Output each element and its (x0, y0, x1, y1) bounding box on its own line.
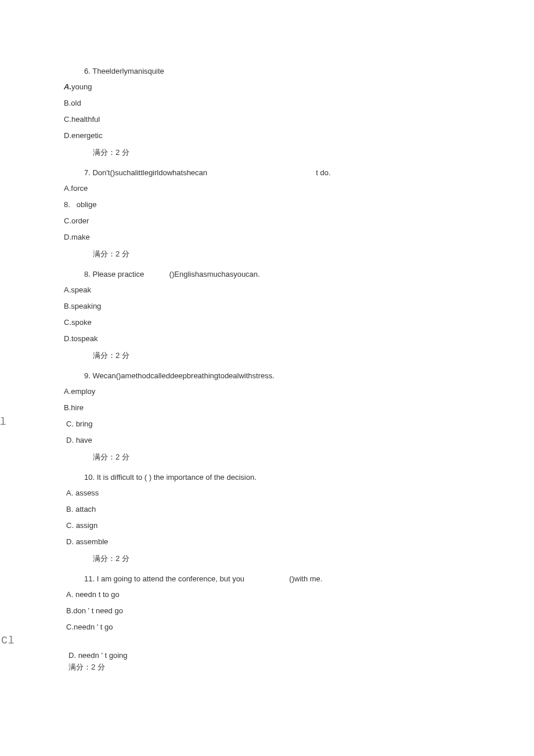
document-page: 6. Theelderlymanisquite A.young B.old C.… (0, 0, 534, 712)
option-label: C. (64, 115, 71, 124)
question-body-a: Please practice (92, 270, 144, 278)
option-d: D.tospeak (58, 334, 476, 343)
option-label: B. (66, 606, 73, 615)
option-c: Cl C. bring (58, 419, 476, 428)
question-body: Wecan()amethodcalleddeepbreathingtodealw… (92, 371, 274, 380)
option-label: B. (64, 99, 71, 107)
question-body-b: ()Englishasmuchasyoucan. (169, 270, 260, 278)
option-a: A. needn t to go (58, 590, 476, 599)
question-6: 6. Theelderlymanisquite A.young B.old C.… (58, 67, 476, 158)
option-text: speaking (71, 302, 101, 310)
option-a: A.young (58, 82, 476, 91)
option-b: B.speaking (58, 302, 476, 310)
option-d: D. have (58, 436, 476, 444)
option-text: needn ' t going (78, 651, 128, 660)
option-label: A. (66, 489, 75, 497)
option-text: hire (71, 403, 84, 412)
question-number: 7. (84, 168, 91, 177)
option-label: C. (64, 216, 71, 225)
option-c: C. assign (58, 521, 476, 530)
option-a: A.speak (58, 285, 476, 294)
option-text: old (71, 99, 81, 107)
score-line: 满分：2 分 (58, 662, 476, 672)
option-text: force (71, 184, 88, 193)
question-body: Don't()suchalittlegirldowhatshecan (92, 168, 207, 177)
question-10: 10. It is difficult to ( ) the importanc… (58, 473, 476, 564)
margin-annotation: Cl (0, 416, 7, 428)
option-label: A. (64, 184, 71, 193)
option-label: B. (66, 505, 73, 513)
option-text: don ' t need go (73, 606, 123, 615)
margin-annotation: Cl (1, 635, 15, 646)
option-d: D. needn ' t going (58, 651, 476, 660)
option-label: C. (66, 419, 76, 428)
question-number: 9. (84, 371, 91, 380)
option-c: C.needn ' t go (58, 623, 476, 631)
question-body: Theelderlymanisquite (92, 67, 164, 75)
option-label: C. (64, 318, 71, 327)
option-label: A. (64, 82, 71, 91)
question-trail: ()with me. (289, 574, 322, 583)
option-text: order (71, 216, 89, 225)
option-label: A. (64, 285, 71, 294)
question-number: 11. (84, 574, 95, 583)
option-text: needn t to go (75, 590, 120, 599)
option-text: employ (71, 387, 95, 396)
question-trail: t do. (316, 168, 330, 177)
option-label: D. (66, 436, 76, 444)
question-number: 8. (84, 270, 91, 278)
option-b: B.old (58, 99, 476, 107)
option-text: spoke (71, 318, 92, 327)
margin-row: Cl (58, 635, 476, 651)
option-text: make (71, 233, 90, 241)
question-text: 11. I am going to attend the conference,… (58, 574, 476, 583)
option-text: bring (76, 419, 93, 428)
option-a: A.force (58, 184, 476, 193)
score-line: 满分：2 分 (58, 554, 476, 564)
question-text: 10. It is difficult to ( ) the importanc… (58, 473, 476, 482)
option-label: C. (66, 521, 76, 530)
option-label: D. (68, 651, 78, 660)
option-b: B.hire (58, 403, 476, 412)
option-d: D.make (58, 233, 476, 241)
question-number: 10. (84, 473, 95, 482)
question-text: 6. Theelderlymanisquite (58, 67, 476, 75)
option-c: C.healthful (58, 115, 476, 124)
question-11: 11. I am going to attend the conference,… (58, 574, 476, 672)
option-text: assess (75, 489, 99, 497)
question-7: 7. Don't()suchalittlegirldowhatshecan t … (58, 168, 476, 259)
option-c: C.order (58, 216, 476, 225)
question-9: 9. Wecan()amethodcalleddeepbreathingtode… (58, 371, 476, 462)
option-text: healthful (71, 115, 100, 124)
option-label: C. (66, 623, 74, 631)
option-label: 8. (64, 200, 70, 209)
option-b: B.don ' t need go (58, 606, 476, 615)
question-text: 9. Wecan()amethodcalleddeepbreathingtode… (58, 371, 476, 380)
score-line: 满分：2 分 (58, 350, 476, 361)
option-text: assemble (76, 537, 109, 546)
option-b: 8. oblige (58, 200, 476, 209)
option-text: needn ' t go (74, 623, 113, 631)
option-text: assign (76, 521, 98, 530)
option-label: D. (66, 537, 76, 546)
score-line: 满分：2 分 (58, 452, 476, 462)
score-line: 满分：2 分 (58, 249, 476, 259)
question-body: I am going to attend the conference, but… (97, 574, 244, 583)
option-label: A. (64, 387, 71, 396)
option-label: B. (64, 403, 71, 412)
option-text: tospeak (71, 334, 98, 343)
option-b: B. attach (58, 505, 476, 513)
option-text: oblige (77, 200, 97, 209)
option-d: D. assemble (58, 537, 476, 546)
option-text: young (71, 82, 92, 91)
option-text: speak (71, 285, 91, 294)
question-8: 8. Please practice ()Englishasmuchasyouc… (58, 270, 476, 361)
option-d: D.energetic (58, 131, 476, 140)
question-text: 8. Please practice ()Englishasmuchasyouc… (58, 270, 476, 278)
option-c: C.spoke (58, 318, 476, 327)
score-line: 满分：2 分 (58, 147, 476, 158)
option-a: A.employ (58, 387, 476, 396)
option-text: have (76, 436, 92, 444)
option-label: D. (64, 131, 71, 140)
option-label: A. (66, 590, 75, 599)
